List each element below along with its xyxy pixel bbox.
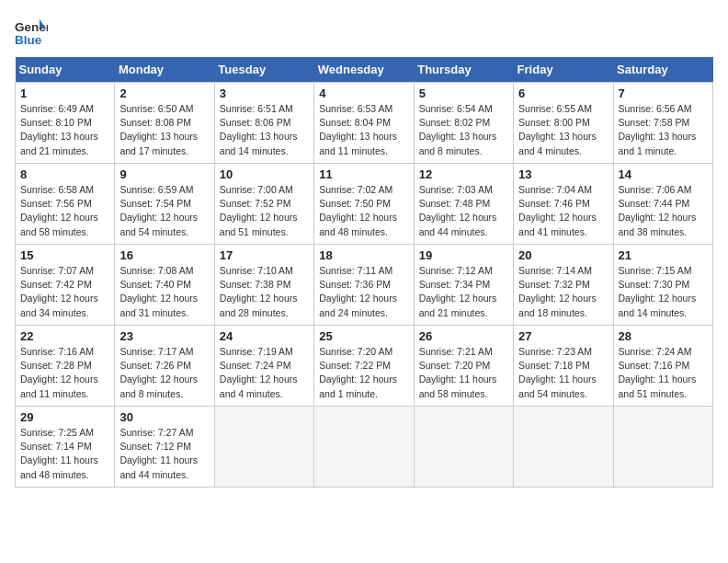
day-number: 22: [20, 329, 109, 343]
day-number: 26: [419, 329, 508, 343]
col-header-monday: Monday: [115, 57, 214, 83]
calendar-cell: 28Sunrise: 7:24 AMSunset: 7:16 PMDayligh…: [613, 326, 712, 407]
day-number: 1: [20, 86, 109, 100]
calendar-cell: 22Sunrise: 7:16 AMSunset: 7:28 PMDayligh…: [16, 326, 115, 407]
col-header-wednesday: Wednesday: [314, 57, 414, 83]
calendar-cell: 2Sunrise: 6:50 AMSunset: 8:08 PMDaylight…: [115, 83, 214, 164]
calendar-cell: 4Sunrise: 6:53 AMSunset: 8:04 PMDaylight…: [314, 83, 414, 164]
day-number: 11: [319, 167, 408, 181]
day-detail: Sunrise: 7:27 AMSunset: 7:12 PMDaylight:…: [119, 426, 209, 482]
day-number: 13: [518, 167, 608, 181]
day-detail: Sunrise: 6:55 AMSunset: 8:00 PMDaylight:…: [518, 102, 608, 158]
day-number: 6: [518, 86, 608, 100]
day-number: 18: [319, 248, 408, 262]
col-header-saturday: Saturday: [613, 57, 712, 83]
calendar-table: SundayMondayTuesdayWednesdayThursdayFrid…: [15, 57, 713, 488]
day-number: 7: [619, 86, 708, 100]
day-number: 24: [220, 329, 309, 343]
logo: General Blue: [15, 15, 50, 48]
calendar-cell: 26Sunrise: 7:21 AMSunset: 7:20 PMDayligh…: [414, 326, 513, 407]
calendar-cell: 25Sunrise: 7:20 AMSunset: 7:22 PMDayligh…: [314, 326, 414, 407]
calendar-cell: 7Sunrise: 6:56 AMSunset: 7:58 PMDaylight…: [613, 83, 712, 164]
day-detail: Sunrise: 6:54 AMSunset: 8:02 PMDaylight:…: [419, 102, 508, 158]
calendar-cell: 9Sunrise: 6:59 AMSunset: 7:54 PMDaylight…: [115, 164, 214, 245]
calendar-cell: 19Sunrise: 7:12 AMSunset: 7:34 PMDayligh…: [414, 245, 513, 326]
day-detail: Sunrise: 6:58 AMSunset: 7:56 PMDaylight:…: [20, 183, 109, 239]
day-number: 29: [20, 410, 109, 424]
calendar-cell: 15Sunrise: 7:07 AMSunset: 7:42 PMDayligh…: [16, 245, 115, 326]
day-number: 8: [20, 167, 109, 181]
calendar-cell: [613, 407, 712, 488]
day-number: 4: [319, 86, 408, 100]
day-detail: Sunrise: 7:20 AMSunset: 7:22 PMDaylight:…: [319, 345, 408, 401]
calendar-cell: 12Sunrise: 7:03 AMSunset: 7:48 PMDayligh…: [414, 164, 513, 245]
calendar-cell: 8Sunrise: 6:58 AMSunset: 7:56 PMDaylight…: [16, 164, 115, 245]
col-header-friday: Friday: [514, 57, 613, 83]
day-number: 3: [220, 86, 309, 100]
day-number: 17: [220, 248, 309, 262]
day-detail: Sunrise: 6:50 AMSunset: 8:08 PMDaylight:…: [119, 102, 209, 158]
calendar-cell: 29Sunrise: 7:25 AMSunset: 7:14 PMDayligh…: [16, 407, 115, 488]
day-number: 5: [419, 86, 508, 100]
calendar-cell: 18Sunrise: 7:11 AMSunset: 7:36 PMDayligh…: [314, 245, 414, 326]
calendar-cell: [214, 407, 313, 488]
day-detail: Sunrise: 7:06 AMSunset: 7:44 PMDaylight:…: [619, 183, 708, 239]
day-detail: Sunrise: 7:00 AMSunset: 7:52 PMDaylight:…: [220, 183, 309, 239]
day-detail: Sunrise: 6:49 AMSunset: 8:10 PMDaylight:…: [20, 102, 109, 158]
calendar-cell: 11Sunrise: 7:02 AMSunset: 7:50 PMDayligh…: [314, 164, 414, 245]
day-detail: Sunrise: 7:23 AMSunset: 7:18 PMDaylight:…: [518, 345, 608, 401]
col-header-tuesday: Tuesday: [214, 57, 313, 83]
day-detail: Sunrise: 7:12 AMSunset: 7:34 PMDaylight:…: [419, 264, 508, 320]
day-detail: Sunrise: 7:08 AMSunset: 7:40 PMDaylight:…: [119, 264, 209, 320]
col-header-thursday: Thursday: [414, 57, 513, 83]
calendar-cell: [414, 407, 513, 488]
day-number: 2: [119, 86, 209, 100]
day-detail: Sunrise: 7:11 AMSunset: 7:36 PMDaylight:…: [319, 264, 408, 320]
calendar-cell: 30Sunrise: 7:27 AMSunset: 7:12 PMDayligh…: [115, 407, 214, 488]
logo-icon: General Blue: [15, 15, 48, 48]
day-detail: Sunrise: 7:17 AMSunset: 7:26 PMDaylight:…: [119, 345, 209, 401]
calendar-cell: 20Sunrise: 7:14 AMSunset: 7:32 PMDayligh…: [514, 245, 613, 326]
day-number: 20: [518, 248, 608, 262]
day-detail: Sunrise: 7:15 AMSunset: 7:30 PMDaylight:…: [619, 264, 708, 320]
day-number: 10: [220, 167, 309, 181]
col-header-sunday: Sunday: [16, 57, 115, 83]
day-detail: Sunrise: 6:51 AMSunset: 8:06 PMDaylight:…: [220, 102, 309, 158]
day-number: 15: [20, 248, 109, 262]
day-detail: Sunrise: 7:04 AMSunset: 7:46 PMDaylight:…: [518, 183, 608, 239]
day-detail: Sunrise: 7:24 AMSunset: 7:16 PMDaylight:…: [619, 345, 708, 401]
calendar-cell: 16Sunrise: 7:08 AMSunset: 7:40 PMDayligh…: [115, 245, 214, 326]
day-detail: Sunrise: 7:16 AMSunset: 7:28 PMDaylight:…: [20, 345, 109, 401]
day-number: 27: [518, 329, 608, 343]
calendar-cell: [514, 407, 613, 488]
calendar-cell: 17Sunrise: 7:10 AMSunset: 7:38 PMDayligh…: [214, 245, 313, 326]
day-number: 28: [619, 329, 708, 343]
calendar-cell: 5Sunrise: 6:54 AMSunset: 8:02 PMDaylight…: [414, 83, 513, 164]
day-number: 21: [619, 248, 708, 262]
calendar-cell: 21Sunrise: 7:15 AMSunset: 7:30 PMDayligh…: [613, 245, 712, 326]
calendar-cell: 27Sunrise: 7:23 AMSunset: 7:18 PMDayligh…: [514, 326, 613, 407]
calendar-cell: 24Sunrise: 7:19 AMSunset: 7:24 PMDayligh…: [214, 326, 313, 407]
day-detail: Sunrise: 6:59 AMSunset: 7:54 PMDaylight:…: [119, 183, 209, 239]
day-detail: Sunrise: 7:21 AMSunset: 7:20 PMDaylight:…: [419, 345, 508, 401]
calendar-cell: 14Sunrise: 7:06 AMSunset: 7:44 PMDayligh…: [613, 164, 712, 245]
day-detail: Sunrise: 7:10 AMSunset: 7:38 PMDaylight:…: [220, 264, 309, 320]
calendar-cell: 6Sunrise: 6:55 AMSunset: 8:00 PMDaylight…: [514, 83, 613, 164]
calendar-cell: [314, 407, 414, 488]
day-detail: Sunrise: 7:02 AMSunset: 7:50 PMDaylight:…: [319, 183, 408, 239]
day-detail: Sunrise: 7:19 AMSunset: 7:24 PMDaylight:…: [220, 345, 309, 401]
calendar-cell: 23Sunrise: 7:17 AMSunset: 7:26 PMDayligh…: [115, 326, 214, 407]
calendar-cell: 1Sunrise: 6:49 AMSunset: 8:10 PMDaylight…: [16, 83, 115, 164]
day-number: 23: [119, 329, 209, 343]
day-number: 25: [319, 329, 408, 343]
day-detail: Sunrise: 7:03 AMSunset: 7:48 PMDaylight:…: [419, 183, 508, 239]
day-detail: Sunrise: 7:25 AMSunset: 7:14 PMDaylight:…: [20, 426, 109, 482]
day-number: 19: [419, 248, 508, 262]
day-number: 30: [119, 410, 209, 424]
calendar-cell: 13Sunrise: 7:04 AMSunset: 7:46 PMDayligh…: [514, 164, 613, 245]
day-detail: Sunrise: 7:14 AMSunset: 7:32 PMDaylight:…: [518, 264, 608, 320]
calendar-cell: 10Sunrise: 7:00 AMSunset: 7:52 PMDayligh…: [214, 164, 313, 245]
calendar-cell: 3Sunrise: 6:51 AMSunset: 8:06 PMDaylight…: [214, 83, 313, 164]
day-detail: Sunrise: 6:53 AMSunset: 8:04 PMDaylight:…: [319, 102, 408, 158]
day-detail: Sunrise: 7:07 AMSunset: 7:42 PMDaylight:…: [20, 264, 109, 320]
